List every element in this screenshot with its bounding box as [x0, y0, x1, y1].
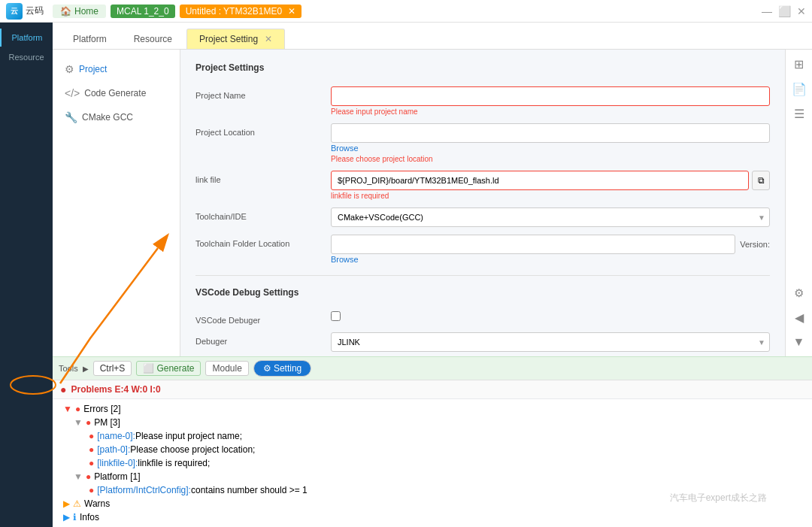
debuger-select[interactable]: JLINK OPENOCD [331, 332, 770, 352]
sidebar-code-generate-label: Code Generate [84, 88, 146, 98]
toolchain-select-wrap: CMake+VSCode(GCC) CMake+Eclipse(GCC) ▼ [331, 207, 770, 227]
close-btn[interactable]: ✕ [797, 5, 806, 17]
path-error-key: [path-0]: [97, 444, 130, 455]
project-name-input[interactable] [331, 86, 770, 106]
project-location-row: Project Location Browse Please choose pr… [195, 123, 770, 163]
toolchain-folder-input[interactable] [331, 235, 735, 254]
cmake-icon: 🔧 [65, 111, 77, 123]
mcal-tab[interactable]: MCAL 1_2_0 [111, 5, 175, 18]
setting-btn[interactable]: ⚙ Setting [253, 360, 311, 377]
debuger-label: Debuger [195, 332, 323, 346]
minimize-btn[interactable]: — [762, 5, 772, 17]
code-icon: </> [65, 87, 80, 99]
tab-platform[interactable]: Platform [60, 29, 120, 49]
platform-label: Platform [1] [94, 471, 140, 482]
toolchain-label: Toolchain/IDE [195, 207, 323, 221]
link-file-error: linkfile is required [331, 192, 770, 200]
toolchain-folder-control: Version: Browse [331, 235, 770, 265]
platform-collapse-arrow: ▼ [74, 471, 83, 482]
pm-group[interactable]: ▼ ● PM [3] [59, 416, 806, 429]
home-tab[interactable]: 🏠 Home [53, 5, 106, 18]
name-error-key: [name-0]: [97, 431, 135, 441]
errors-collapse-arrow: ▼ [63, 404, 72, 414]
problems-section: ● Problems E:4 W:0 I:0 ▼ ● Errors [2] ▼ … [53, 380, 812, 527]
pm-icon: ● [86, 417, 91, 428]
project-location-input[interactable] [331, 123, 770, 143]
vscode-debuger-row: VSCode Debuger [195, 311, 770, 325]
toolchain-folder-browse-btn[interactable]: Browse [331, 255, 359, 264]
app-logo: 云 云码 [6, 3, 44, 20]
toolchain-folder-wrap: Version: [331, 235, 770, 254]
name-error-item[interactable]: ● [name-0]: Please input project name; [59, 429, 806, 443]
platform-config-key: [Platform/IntCtrlConfig]: [97, 485, 191, 495]
name-error-value: Please input project name; [135, 431, 242, 441]
bottom-toolbar: Tools ▶ Ctrl+S ⬜ Generate Module ⚙ Setti… [53, 356, 812, 380]
window-controls: — ⬜ ✕ [762, 5, 806, 17]
tab-bar: Platform Resource Project Setting ✕ [53, 23, 812, 50]
linkfile-error-value: linkfile is required; [138, 458, 210, 468]
grid-icon[interactable]: ⊞ [794, 57, 804, 71]
project-location-browse-btn[interactable]: Browse [331, 144, 359, 153]
setting-label: Setting [274, 363, 301, 374]
link-file-control: ⧉ linkfile is required [331, 171, 770, 200]
module-btn[interactable]: Module [205, 361, 248, 376]
platform-group[interactable]: ▼ ● Platform [1] [59, 470, 806, 483]
tab-project-setting[interactable]: Project Setting ✕ [186, 29, 285, 49]
mcal-tab-label: MCAL 1_2_0 [117, 6, 169, 17]
generate-icon: ⬜ [143, 363, 154, 374]
tools-label: Tools [59, 364, 78, 373]
titlebar-tabs: 🏠 Home MCAL 1_2_0 Untitled : YTM32B1ME0 … [53, 5, 762, 18]
vscode-debuger-control [331, 311, 770, 321]
watermark-text: 汽车电子expert成长之路 [670, 492, 767, 503]
path-error-dot: ● [89, 444, 94, 455]
sidebar-code-generate[interactable]: </> Code Generate [53, 81, 180, 105]
close-icon[interactable]: ✕ [288, 6, 295, 17]
errors-group[interactable]: ▼ ● Errors [2] [59, 402, 806, 416]
tab-close-icon[interactable]: ✕ [265, 34, 272, 44]
linkfile-error-item[interactable]: ● [linkfile-0]: linkfile is required; [59, 456, 806, 470]
infos-icon: ℹ [73, 512, 77, 522]
document-icon[interactable]: 📄 [792, 82, 807, 96]
left-nav-resource[interactable]: Resource [0, 48, 53, 66]
problems-tree: ▼ ● Errors [2] ▼ ● PM [3] ● [name-0]: [53, 399, 812, 527]
link-file-row: link file ⧉ linkfile is required [195, 171, 770, 200]
scroll-down-icon[interactable]: ▼ [793, 335, 805, 349]
setting-icon: ⚙ [263, 363, 271, 374]
tab-resource[interactable]: Resource [121, 29, 185, 49]
toolchain-control: CMake+VSCode(GCC) CMake+Eclipse(GCC) ▼ [331, 207, 770, 227]
link-file-input[interactable] [331, 171, 749, 190]
collapse-icon[interactable]: ◀ [795, 310, 804, 325]
infos-group[interactable]: ▶ ℹ Infos [59, 510, 806, 524]
project-location-label: Project Location [195, 123, 323, 137]
sidebar-cmake-gcc[interactable]: 🔧 CMake GCC [53, 105, 180, 129]
path-error-item[interactable]: ● [path-0]: Please choose project locati… [59, 443, 806, 456]
vscode-debuger-checkbox[interactable] [331, 311, 341, 321]
toolchain-row: Toolchain/IDE CMake+VSCode(GCC) CMake+Ec… [195, 207, 770, 227]
sidebar-cmake-gcc-label: CMake GCC [82, 112, 133, 123]
copy-btn[interactable]: ⧉ [752, 171, 770, 190]
maximize-btn[interactable]: ⬜ [778, 5, 791, 17]
pm-collapse-arrow: ▼ [74, 417, 83, 428]
vscode-debug-header: VSCode Debug Settings [195, 286, 770, 301]
name-error-dot: ● [89, 431, 94, 441]
version-label: Version: [740, 240, 770, 249]
project-name-label: Project Name [195, 86, 323, 100]
menu-icon[interactable]: ☰ [794, 107, 804, 121]
errors-label: Errors [2] [83, 404, 120, 414]
problems-header: ● Problems E:4 W:0 I:0 [53, 380, 812, 399]
sidebar-project[interactable]: ⚙ Project [53, 57, 180, 81]
problems-title: Problems E:4 W:0 I:0 [71, 384, 160, 395]
generate-btn[interactable]: ⬜ Generate [136, 361, 201, 376]
tools-arrow[interactable]: ▶ [83, 365, 89, 373]
project-location-hint: Please choose project location [331, 155, 770, 163]
untitled-tab-label: Untitled : YTM32B1ME0 [186, 6, 283, 17]
untitled-tab[interactable]: Untitled : YTM32B1ME0 ✕ [180, 5, 302, 18]
toolchain-select[interactable]: CMake+VSCode(GCC) CMake+Eclipse(GCC) [331, 207, 770, 227]
project-name-control: Please input project name [331, 86, 770, 116]
project-location-control: Browse Please choose project location [331, 123, 770, 163]
left-nav-platform[interactable]: Platform [0, 29, 53, 47]
vscode-debug-title: VSCode Debug Settings [195, 287, 298, 298]
ctrl-s-btn[interactable]: Ctrl+S [93, 361, 132, 376]
project-settings-title: Project Settings [195, 62, 264, 73]
settings-gear-icon[interactable]: ⚙ [794, 286, 804, 300]
